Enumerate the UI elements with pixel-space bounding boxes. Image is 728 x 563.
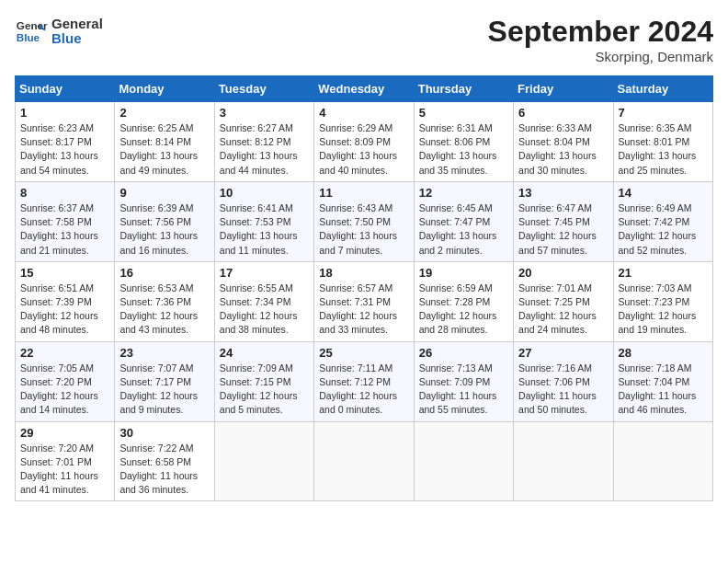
day-number: 20: [518, 266, 608, 280]
weekday-header-tuesday: Tuesday: [214, 76, 313, 102]
day-cell: 4 Sunrise: 6:29 AMSunset: 8:09 PMDayligh…: [314, 102, 414, 182]
day-number: 6: [518, 106, 608, 120]
logo-icon: General Blue: [15, 15, 48, 48]
day-number: 21: [619, 266, 708, 280]
day-cell: 10 Sunrise: 6:41 AMSunset: 7:53 PMDaylig…: [214, 181, 313, 261]
day-cell: [514, 421, 613, 501]
day-cell: [613, 421, 712, 501]
weekday-header-sunday: Sunday: [16, 76, 115, 102]
day-cell: 26 Sunrise: 7:13 AMSunset: 7:09 PMDaylig…: [414, 341, 513, 421]
location: Skorping, Denmark: [488, 49, 713, 64]
month-title: September 2024: [488, 15, 713, 49]
day-info: Sunrise: 7:22 AMSunset: 6:58 PMDaylight:…: [119, 442, 209, 498]
day-number: 7: [619, 106, 708, 120]
day-number: 27: [518, 346, 608, 360]
day-cell: 27 Sunrise: 7:16 AMSunset: 7:06 PMDaylig…: [514, 341, 613, 421]
day-cell: 14 Sunrise: 6:49 AMSunset: 7:42 PMDaylig…: [613, 181, 712, 261]
day-info: Sunrise: 6:51 AMSunset: 7:39 PMDaylight:…: [20, 282, 109, 338]
day-info: Sunrise: 6:31 AMSunset: 8:06 PMDaylight:…: [419, 121, 508, 178]
day-info: Sunrise: 7:05 AMSunset: 7:20 PMDaylight:…: [20, 362, 109, 418]
day-cell: 21 Sunrise: 7:03 AMSunset: 7:23 PMDaylig…: [613, 261, 712, 341]
week-row-4: 22 Sunrise: 7:05 AMSunset: 7:20 PMDaylig…: [16, 341, 713, 421]
day-cell: 29 Sunrise: 7:20 AMSunset: 7:01 PMDaylig…: [16, 421, 115, 501]
day-number: 15: [20, 266, 109, 280]
logo-blue: Blue: [51, 30, 82, 46]
day-number: 13: [518, 186, 608, 200]
day-cell: 24 Sunrise: 7:09 AMSunset: 7:15 PMDaylig…: [214, 341, 313, 421]
day-cell: 15 Sunrise: 6:51 AMSunset: 7:39 PMDaylig…: [16, 261, 115, 341]
calendar-body: 1 Sunrise: 6:23 AMSunset: 8:17 PMDayligh…: [16, 102, 713, 501]
day-cell: 5 Sunrise: 6:31 AMSunset: 8:06 PMDayligh…: [414, 102, 513, 182]
day-cell: 12 Sunrise: 6:45 AMSunset: 7:47 PMDaylig…: [414, 181, 513, 261]
day-number: 11: [319, 186, 408, 200]
day-info: Sunrise: 6:27 AMSunset: 8:12 PMDaylight:…: [220, 121, 309, 178]
day-cell: 19 Sunrise: 6:59 AMSunset: 7:28 PMDaylig…: [414, 261, 513, 341]
day-info: Sunrise: 7:09 AMSunset: 7:15 PMDaylight:…: [220, 362, 309, 418]
day-info: Sunrise: 6:59 AMSunset: 7:28 PMDaylight:…: [419, 282, 508, 338]
day-number: 23: [119, 346, 209, 360]
day-cell: [414, 421, 513, 501]
weekday-header-friday: Friday: [514, 76, 613, 102]
day-number: 1: [20, 106, 109, 120]
calendar-table: SundayMondayTuesdayWednesdayThursdayFrid…: [15, 75, 713, 501]
day-cell: 17 Sunrise: 6:55 AMSunset: 7:34 PMDaylig…: [214, 261, 313, 341]
day-cell: 30 Sunrise: 7:22 AMSunset: 6:58 PMDaylig…: [115, 421, 214, 501]
week-row-1: 1 Sunrise: 6:23 AMSunset: 8:17 PMDayligh…: [16, 102, 713, 182]
day-info: Sunrise: 7:07 AMSunset: 7:17 PMDaylight:…: [119, 362, 209, 418]
day-number: 3: [220, 106, 309, 120]
header: General Blue General Blue September 2024…: [15, 15, 713, 64]
day-info: Sunrise: 6:45 AMSunset: 7:47 PMDaylight:…: [419, 201, 508, 258]
logo-text: General Blue: [51, 17, 103, 47]
day-info: Sunrise: 6:57 AMSunset: 7:31 PMDaylight:…: [319, 282, 408, 338]
day-number: 16: [119, 266, 209, 280]
day-cell: 11 Sunrise: 6:43 AMSunset: 7:50 PMDaylig…: [314, 181, 414, 261]
day-number: 25: [319, 346, 408, 360]
day-cell: 20 Sunrise: 7:01 AMSunset: 7:25 PMDaylig…: [514, 261, 613, 341]
week-row-5: 29 Sunrise: 7:20 AMSunset: 7:01 PMDaylig…: [16, 421, 713, 501]
day-cell: [214, 421, 313, 501]
day-cell: 7 Sunrise: 6:35 AMSunset: 8:01 PMDayligh…: [613, 102, 712, 182]
day-cell: 22 Sunrise: 7:05 AMSunset: 7:20 PMDaylig…: [16, 341, 115, 421]
day-cell: 8 Sunrise: 6:37 AMSunset: 7:58 PMDayligh…: [16, 181, 115, 261]
day-number: 12: [419, 186, 508, 200]
day-cell: 23 Sunrise: 7:07 AMSunset: 7:17 PMDaylig…: [115, 341, 214, 421]
weekday-header-saturday: Saturday: [613, 76, 712, 102]
day-info: Sunrise: 6:43 AMSunset: 7:50 PMDaylight:…: [319, 201, 408, 258]
day-info: Sunrise: 6:55 AMSunset: 7:34 PMDaylight:…: [220, 282, 309, 338]
day-info: Sunrise: 6:25 AMSunset: 8:14 PMDaylight:…: [119, 121, 209, 178]
week-row-2: 8 Sunrise: 6:37 AMSunset: 7:58 PMDayligh…: [16, 181, 713, 261]
day-cell: [314, 421, 414, 501]
day-info: Sunrise: 6:29 AMSunset: 8:09 PMDaylight:…: [319, 121, 408, 178]
svg-text:Blue: Blue: [17, 31, 40, 43]
day-info: Sunrise: 7:03 AMSunset: 7:23 PMDaylight:…: [619, 282, 708, 338]
day-number: 24: [220, 346, 309, 360]
day-cell: 6 Sunrise: 6:33 AMSunset: 8:04 PMDayligh…: [514, 102, 613, 182]
day-info: Sunrise: 6:37 AMSunset: 7:58 PMDaylight:…: [20, 201, 109, 258]
day-number: 18: [319, 266, 408, 280]
day-number: 22: [20, 346, 109, 360]
day-cell: 16 Sunrise: 6:53 AMSunset: 7:36 PMDaylig…: [115, 261, 214, 341]
day-cell: 18 Sunrise: 6:57 AMSunset: 7:31 PMDaylig…: [314, 261, 414, 341]
day-info: Sunrise: 7:18 AMSunset: 7:04 PMDaylight:…: [619, 362, 708, 418]
day-info: Sunrise: 7:20 AMSunset: 7:01 PMDaylight:…: [20, 442, 109, 498]
weekday-header-monday: Monday: [115, 76, 214, 102]
day-number: 19: [419, 266, 508, 280]
day-cell: 2 Sunrise: 6:25 AMSunset: 8:14 PMDayligh…: [115, 102, 214, 182]
day-info: Sunrise: 6:47 AMSunset: 7:45 PMDaylight:…: [518, 201, 608, 258]
day-info: Sunrise: 6:23 AMSunset: 8:17 PMDaylight:…: [20, 121, 109, 178]
day-cell: 13 Sunrise: 6:47 AMSunset: 7:45 PMDaylig…: [514, 181, 613, 261]
title-area: September 2024 Skorping, Denmark: [488, 15, 713, 64]
weekday-header-thursday: Thursday: [414, 76, 513, 102]
day-info: Sunrise: 7:13 AMSunset: 7:09 PMDaylight:…: [419, 362, 508, 418]
day-cell: 1 Sunrise: 6:23 AMSunset: 8:17 PMDayligh…: [16, 102, 115, 182]
day-info: Sunrise: 6:49 AMSunset: 7:42 PMDaylight:…: [619, 201, 708, 258]
day-number: 30: [119, 426, 209, 440]
week-row-3: 15 Sunrise: 6:51 AMSunset: 7:39 PMDaylig…: [16, 261, 713, 341]
day-number: 8: [20, 186, 109, 200]
day-number: 2: [119, 106, 209, 120]
day-info: Sunrise: 6:39 AMSunset: 7:56 PMDaylight:…: [119, 201, 209, 258]
day-info: Sunrise: 7:11 AMSunset: 7:12 PMDaylight:…: [319, 362, 408, 418]
day-info: Sunrise: 6:53 AMSunset: 7:36 PMDaylight:…: [119, 282, 209, 338]
day-info: Sunrise: 6:41 AMSunset: 7:53 PMDaylight:…: [220, 201, 309, 258]
day-number: 9: [119, 186, 209, 200]
